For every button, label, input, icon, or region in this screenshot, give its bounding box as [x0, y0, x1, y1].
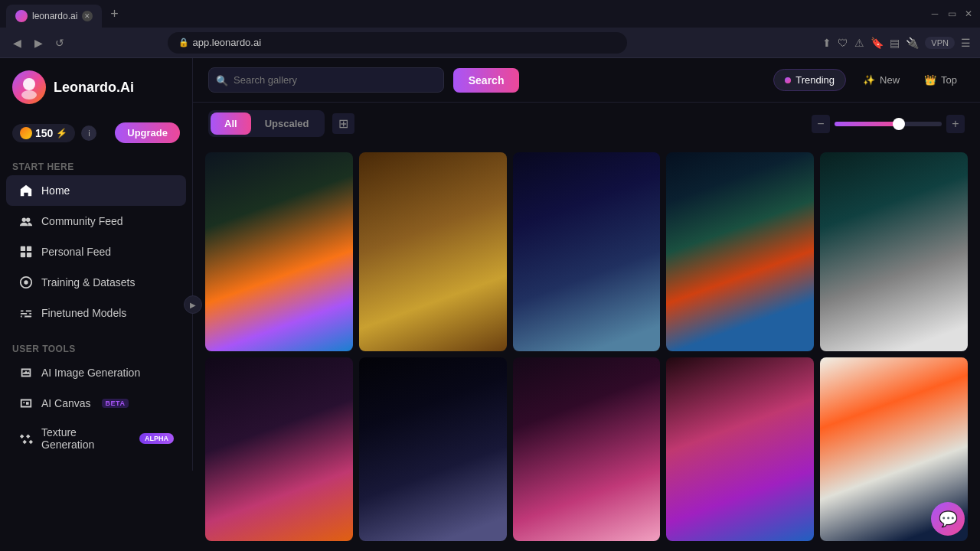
gallery-item-7[interactable]: ✎ ⤢ — [359, 357, 507, 541]
info-btn[interactable]: i — [81, 126, 96, 141]
gallery-item-4[interactable]: # ⤢ — [666, 152, 814, 351]
gallery-item-6[interactable]: # ○ ⤢ — [205, 357, 353, 541]
sidebar: Leonardo.Ai 150 ⚡ i Upgrade Start Here — [0, 58, 193, 471]
top-button[interactable]: 👑 Top — [916, 70, 965, 90]
item-1-gen-btn[interactable]: # — [264, 158, 289, 183]
shield-icon[interactable]: 🛡 — [838, 37, 848, 49]
item-8-like-btn[interactable]: ○ — [600, 364, 625, 388]
item-5-gen-btn[interactable]: # — [908, 158, 933, 183]
gallery-item-3[interactable]: # ○ ⤢ — [513, 152, 661, 351]
zoom-slider[interactable] — [835, 122, 942, 126]
item-8-gen-btn[interactable]: # — [571, 364, 596, 388]
upgrade-button[interactable]: Upgrade — [115, 122, 180, 143]
gallery-scroll[interactable]: # ○ ⤢ # ⤢ # ○ — [193, 145, 980, 551]
item-3-like-btn[interactable]: ○ — [600, 158, 625, 183]
item-7-expand-btn[interactable]: ⤢ — [476, 364, 501, 388]
menu-icon[interactable]: ☰ — [961, 37, 971, 49]
share-icon[interactable]: ⬆ — [822, 37, 831, 49]
address-bar: ◀ ▶ ↺ 🔒 app.leonardo.ai ⬆ 🛡 ⚠ 🔖 ▤ 🔌 VPN … — [0, 28, 980, 58]
bookmark-icon[interactable]: 🔖 — [871, 37, 884, 49]
sidebar-item-finetuned[interactable]: Finetuned Models — [6, 298, 186, 328]
active-tab[interactable]: leonardo.ai ✕ — [6, 5, 102, 28]
back-btn[interactable]: ◀ — [9, 37, 24, 49]
tab-close-btn[interactable]: ✕ — [82, 11, 93, 21]
close-btn[interactable]: ✕ — [963, 8, 974, 19]
beta-badge: BETA — [102, 399, 129, 408]
sidebar-item-home-label: Home — [41, 184, 70, 197]
sidebar-item-personal-label: Personal Feed — [41, 246, 111, 258]
gallery-item-8[interactable]: # ○ ⤢ — [513, 357, 661, 541]
item-9-gen-btn[interactable]: # — [754, 364, 779, 388]
tab-upscaled[interactable]: Upscaled — [251, 112, 323, 135]
sidebar-item-home[interactable]: Home — [6, 175, 186, 206]
chat-button[interactable]: 💬 — [931, 502, 965, 536]
zoom-out-btn[interactable]: − — [812, 115, 830, 133]
lightning-icon: ⚡ — [56, 128, 67, 139]
zoom-in-btn[interactable]: + — [946, 115, 965, 133]
search-icon: 🔍 — [216, 74, 228, 86]
item-4-expand-btn[interactable]: ⤢ — [783, 158, 808, 183]
sidebar-item-community-feed[interactable]: Community Feed — [6, 206, 186, 236]
search-button[interactable]: Search — [453, 68, 520, 93]
forward-btn[interactable]: ▶ — [31, 37, 46, 49]
svg-point-3 — [26, 218, 30, 222]
sidebar-item-personal-feed[interactable]: Personal Feed — [6, 236, 186, 267]
item-3-expand-btn[interactable]: ⤢ — [629, 158, 654, 183]
new-tab-btn[interactable]: + — [105, 5, 123, 23]
sidebar-logo: Leonardo.Ai — [0, 70, 192, 116]
texture-icon — [18, 431, 34, 446]
sidebar-item-ai-canvas[interactable]: AI Canvas BETA — [6, 388, 186, 419]
tab-all[interactable]: All — [211, 112, 251, 135]
item-6-gen-btn[interactable]: # — [264, 364, 289, 388]
sidebar-item-training[interactable]: Training & Datasets — [6, 267, 186, 298]
gallery-item-9[interactable]: # ⤢ — [666, 357, 814, 541]
sidebar-item-ai-image[interactable]: AI Image Generation — [6, 357, 186, 388]
item-4-gen-btn[interactable]: # — [754, 158, 779, 183]
sidebar-toggle[interactable]: ▤ — [890, 37, 900, 49]
sidebar-item-finetuned-label: Finetuned Models — [41, 307, 126, 319]
refresh-btn[interactable]: ↺ — [52, 37, 67, 49]
svg-point-1 — [21, 90, 37, 99]
grid-view-btn[interactable]: ⊞ — [332, 113, 354, 134]
url-input[interactable]: 🔒 app.leonardo.ai — [168, 32, 627, 54]
item-2-expand-btn[interactable]: ⤢ — [476, 158, 501, 183]
browser-chrome: leonardo.ai ✕ + ─ ▭ ✕ ◀ ▶ ↺ 🔒 app.leonar… — [0, 0, 980, 58]
new-label: New — [880, 74, 900, 86]
home-icon — [18, 183, 34, 198]
gallery-item-1[interactable]: # ○ ⤢ — [205, 152, 353, 351]
item-3-gen-btn[interactable]: # — [571, 158, 596, 183]
logo-avatar — [12, 70, 46, 104]
item-8-expand-btn[interactable]: ⤢ — [629, 364, 654, 388]
zoom-thumb[interactable] — [893, 118, 905, 130]
minimize-btn[interactable]: ─ — [929, 8, 940, 19]
zoom-slider-container: − + — [812, 115, 965, 133]
tab-favicon — [15, 10, 28, 22]
logo-text: Leonardo.Ai — [54, 80, 134, 96]
extension-icon[interactable]: 🔌 — [906, 37, 919, 49]
new-button[interactable]: ✨ New — [855, 70, 907, 90]
item-2-gen-btn[interactable]: # — [447, 158, 472, 183]
item-6-like-btn[interactable]: ○ — [293, 364, 318, 388]
trending-button[interactable]: Trending — [773, 69, 846, 91]
sparkle-icon: ✨ — [863, 74, 875, 86]
browser-icons: ⬆ 🛡 ⚠ 🔖 ▤ 🔌 VPN ☰ — [822, 37, 971, 49]
item-1-expand-btn[interactable]: ⤢ — [322, 158, 347, 183]
svg-point-2 — [22, 218, 26, 222]
gallery-item-5[interactable]: # ✎ — [820, 152, 968, 351]
sidebar-item-texture[interactable]: Texture Generation ALPHA — [6, 419, 186, 458]
start-here-label: Start Here — [0, 155, 192, 175]
svg-rect-11 — [21, 313, 31, 315]
item-9-expand-btn[interactable]: ⤢ — [783, 364, 808, 388]
user-tools-label: User Tools — [0, 337, 192, 357]
sidebar-collapse-btn[interactable]: ▶ — [184, 295, 202, 314]
svg-point-14 — [27, 312, 30, 315]
maximize-btn[interactable]: ▭ — [946, 8, 957, 19]
item-6-expand-btn[interactable]: ⤢ — [322, 364, 347, 388]
item-5-edit-btn[interactable]: ✎ — [937, 158, 962, 183]
item-7-edit-btn[interactable]: ✎ — [447, 364, 472, 388]
item-1-like-btn[interactable]: ○ — [293, 158, 318, 183]
gallery-item-2[interactable]: # ⤢ — [359, 152, 507, 351]
item-10-gen-btn[interactable]: # — [937, 364, 962, 388]
tab-bar: leonardo.ai ✕ + ─ ▭ ✕ — [0, 0, 980, 28]
search-input[interactable] — [208, 67, 444, 93]
